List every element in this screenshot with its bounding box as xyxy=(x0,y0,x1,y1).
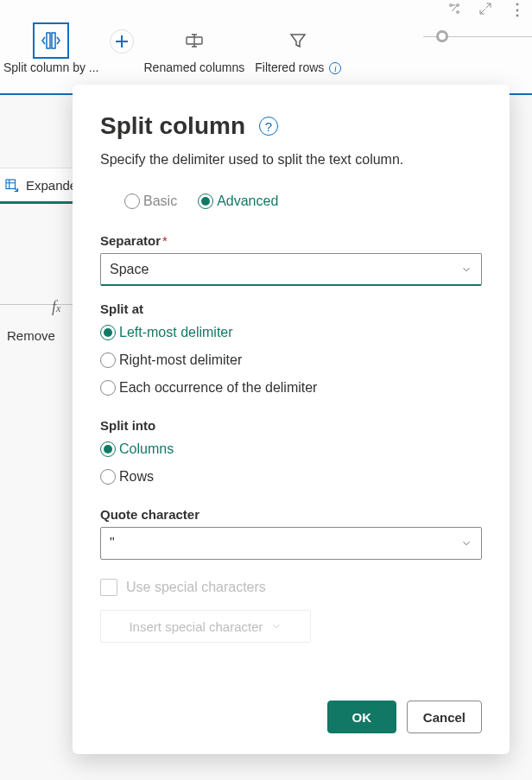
checkbox-icon xyxy=(100,579,117,596)
step-renamed-columns[interactable]: Renamed columns xyxy=(141,26,249,78)
applied-steps-ribbon: Split column by ... Renamed columns xyxy=(0,26,532,78)
remove-step-label[interactable]: Remove xyxy=(7,328,55,343)
radio-columns[interactable]: Columns xyxy=(100,441,482,457)
table-expand-icon xyxy=(3,177,19,193)
top-right-toolbar: ⋮ xyxy=(447,0,527,19)
svg-rect-4 xyxy=(52,33,55,48)
quote-select[interactable]: " xyxy=(100,527,482,560)
split-at-label: Split at xyxy=(100,301,482,316)
dialog-description: Specify the delimiter used to split the … xyxy=(100,152,482,168)
radio-label: Columns xyxy=(119,441,174,457)
step-label: Renamed columns xyxy=(144,60,245,74)
help-icon[interactable]: ? xyxy=(259,117,278,136)
radio-circle-icon xyxy=(198,193,213,209)
svg-point-0 xyxy=(457,3,459,6)
radio-rows[interactable]: Rows xyxy=(100,469,482,485)
svg-rect-3 xyxy=(47,33,50,48)
branch-icon[interactable] xyxy=(447,2,461,18)
separator-value: Space xyxy=(110,262,149,277)
insert-label: Insert special character xyxy=(129,619,263,634)
checkbox-label: Use special characters xyxy=(126,580,266,595)
radio-left-most[interactable]: Left-most delimiter xyxy=(100,325,482,340)
info-icon[interactable]: i xyxy=(329,62,341,74)
rename-icon xyxy=(180,26,209,55)
dialog-footer: OK Cancel xyxy=(100,683,482,733)
quote-label: Quote character xyxy=(100,507,482,522)
step-label: Filtered rows i xyxy=(255,60,341,74)
radio-right-most[interactable]: Right-most delimiter xyxy=(100,352,482,368)
svg-rect-6 xyxy=(6,180,16,189)
radio-circle-icon xyxy=(100,352,116,368)
expand-icon[interactable] xyxy=(478,2,492,18)
radio-label: Advanced xyxy=(217,193,278,209)
quote-value: " xyxy=(110,536,115,551)
fx-icon[interactable]: fx xyxy=(52,298,60,316)
chevron-down-icon xyxy=(460,537,472,549)
radio-circle-icon xyxy=(100,325,116,340)
separator-label: Separator* xyxy=(100,233,482,248)
split-into-label: Split into xyxy=(100,418,482,433)
radio-label: Right-most delimiter xyxy=(119,352,242,368)
chevron-down-icon xyxy=(270,620,282,632)
radio-label: Left-most delimiter xyxy=(119,325,233,340)
radio-circle-icon xyxy=(100,380,116,396)
radio-each-occurrence[interactable]: Each occurrence of the delimiter xyxy=(100,380,482,396)
split-at-group: Left-most delimiter Right-most delimiter… xyxy=(100,325,482,396)
radio-circle-icon xyxy=(100,441,116,457)
ok-button[interactable]: OK xyxy=(327,701,396,733)
radio-circle-icon xyxy=(124,193,140,209)
step-add-between[interactable] xyxy=(106,26,137,78)
filter-icon xyxy=(283,26,313,55)
radio-basic[interactable]: Basic xyxy=(124,193,177,209)
special-chars-checkbox-row[interactable]: Use special characters xyxy=(100,579,482,596)
split-column-dialog: Split column ? Specify the delimiter use… xyxy=(73,85,510,754)
radio-circle-icon xyxy=(100,469,116,485)
split-column-icon xyxy=(36,26,66,55)
insert-special-char-button: Insert special character xyxy=(100,610,311,643)
step-split-column[interactable]: Split column by ... xyxy=(0,26,103,78)
radio-label: Each occurrence of the delimiter xyxy=(119,380,317,396)
radio-label: Basic xyxy=(143,193,177,209)
radio-label: Rows xyxy=(119,469,154,485)
plus-icon xyxy=(110,29,134,54)
step-label: Split column by ... xyxy=(3,60,99,74)
mode-radio-group: Basic Advanced xyxy=(124,193,482,209)
radio-advanced[interactable]: Advanced xyxy=(198,193,278,209)
cancel-button[interactable]: Cancel xyxy=(407,701,482,733)
svg-point-2 xyxy=(457,10,459,13)
separator-select[interactable]: Space xyxy=(100,253,482,286)
chevron-down-icon xyxy=(460,263,472,276)
more-icon[interactable]: ⋮ xyxy=(510,0,527,19)
split-into-group: Columns Rows xyxy=(100,441,482,485)
step-filtered-rows[interactable]: Filtered rows i xyxy=(251,26,345,78)
svg-point-1 xyxy=(450,3,453,6)
background-ribbon-area: ⋮ Split column by ... xyxy=(0,0,532,95)
dialog-title: Split column xyxy=(100,112,245,140)
